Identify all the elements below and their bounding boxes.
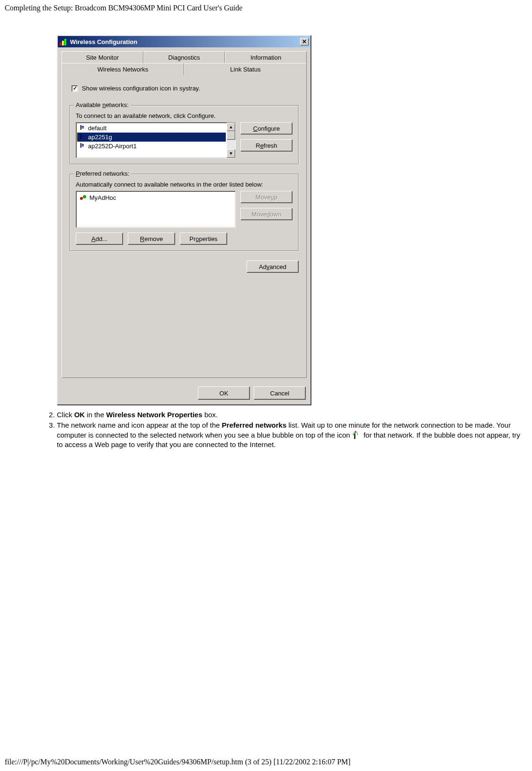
signal-bubble-icon — [352, 432, 360, 439]
available-desc: To connect to an available network, clic… — [76, 112, 293, 119]
adhoc-network-icon — [80, 195, 87, 201]
scroll-thumb[interactable] — [227, 131, 235, 140]
network-icon — [79, 134, 85, 140]
systray-checkbox-row: ✓ Show wireless configuration icon in sy… — [71, 85, 299, 92]
instructions: Click OK in the Wireless Network Propert… — [43, 410, 527, 449]
scroll-up-button[interactable]: ▲ — [227, 123, 235, 131]
tab-diagnostics[interactable]: Diagnostics — [143, 51, 225, 63]
tabs-row-front: Wireless Networks Link Status — [62, 63, 307, 75]
tabs-row-back: Site Monitor Diagnostics Information — [62, 51, 307, 63]
scrollbar[interactable]: ▲ ▼ — [227, 123, 235, 158]
titlebar: Wireless Configuration ✕ — [58, 36, 310, 47]
signal-bars-icon — [60, 38, 67, 45]
preferred-networks-group: Preferred networks: Automatically connec… — [70, 174, 299, 251]
dialog-body: Site Monitor Diagnostics Information Wir… — [58, 47, 310, 382]
list-item[interactable]: ap2252D-Airport1 — [77, 142, 226, 151]
cancel-button[interactable]: Cancel — [254, 386, 306, 400]
network-icon — [79, 143, 85, 149]
preferred-networks-label: Preferred networks: — [74, 170, 131, 177]
list-item[interactable]: ap2251g — [77, 133, 226, 142]
scroll-down-button[interactable]: ▼ — [227, 149, 235, 158]
configure-button[interactable]: Configure — [240, 122, 293, 134]
ok-button[interactable]: OK — [198, 386, 250, 400]
properties-button[interactable]: Properties — [180, 233, 227, 245]
dialog-title: Wireless Configuration — [70, 38, 300, 45]
wireless-config-dialog: Wireless Configuration ✕ Site Monitor Di… — [57, 35, 311, 405]
tab-panel: ✓ Show wireless configuration icon in sy… — [62, 75, 307, 378]
page-footer: file:///P|/pc/My%20Documents/Working/Use… — [5, 758, 351, 766]
preferred-networks-listbox[interactable]: MyAdHoc — [76, 191, 236, 228]
remove-button[interactable]: Remove — [128, 233, 175, 245]
content-area: Wireless Configuration ✕ Site Monitor Di… — [0, 16, 532, 455]
systray-checkbox-label: Show wireless configuration icon in syst… — [82, 85, 200, 92]
list-item[interactable]: default — [77, 124, 226, 133]
available-networks-group: Available networks: To connect to an ava… — [70, 105, 299, 164]
page-header: Completing the Setup: Broadcom BCM94306M… — [0, 0, 532, 16]
advanced-button[interactable]: Advanced — [247, 260, 299, 273]
list-item[interactable]: MyAdHoc — [78, 193, 233, 202]
available-networks-listbox[interactable]: default ap2251g ap2252D-Airport1 ▲ ▼ — [76, 122, 236, 158]
preferred-desc: Automatically connect to available netwo… — [76, 181, 293, 188]
instruction-step-3: The network name and icon appear at the … — [57, 421, 527, 449]
instruction-step-2: Click OK in the Wireless Network Propert… — [57, 410, 527, 420]
move-down-button[interactable]: Move down — [240, 208, 293, 220]
systray-checkbox[interactable]: ✓ — [71, 85, 78, 92]
network-icon — [79, 125, 85, 131]
dialog-footer: OK Cancel — [58, 382, 310, 404]
move-up-button[interactable]: Move up — [240, 191, 293, 203]
tab-link-status[interactable]: Link Status — [184, 63, 307, 75]
available-networks-label: Available networks: — [74, 101, 131, 108]
tab-site-monitor[interactable]: Site Monitor — [62, 51, 143, 63]
add-button[interactable]: Add... — [76, 233, 123, 245]
refresh-button[interactable]: Refresh — [240, 139, 293, 152]
tab-wireless-networks[interactable]: Wireless Networks — [62, 63, 184, 75]
close-button[interactable]: ✕ — [300, 38, 309, 45]
tab-information[interactable]: Information — [225, 51, 307, 63]
